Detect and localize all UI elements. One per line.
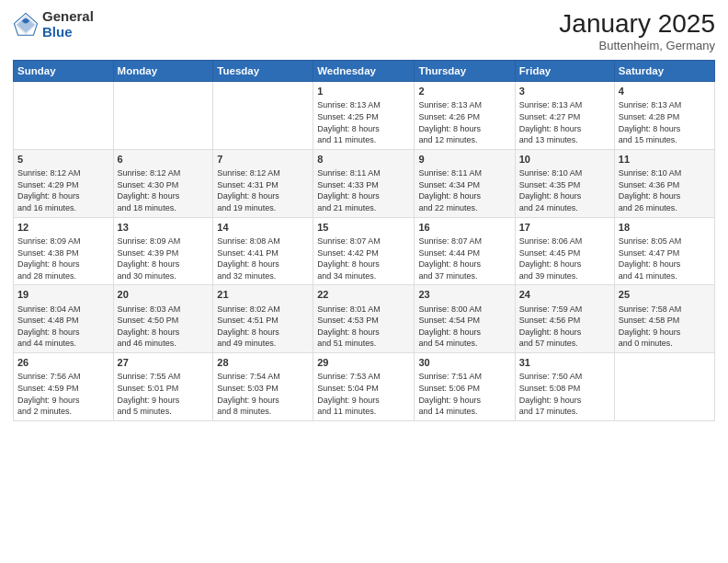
- day-info: Sunrise: 8:12 AM Sunset: 4:30 PM Dayligh…: [118, 167, 210, 213]
- calendar-cell: 6Sunrise: 8:12 AM Sunset: 4:30 PM Daylig…: [113, 149, 213, 217]
- day-number: 13: [118, 221, 210, 235]
- calendar-cell: 23Sunrise: 8:00 AM Sunset: 4:54 PM Dayli…: [415, 285, 515, 353]
- day-info: Sunrise: 7:51 AM Sunset: 5:06 PM Dayligh…: [418, 371, 510, 417]
- calendar-week-row: 26Sunrise: 7:56 AM Sunset: 4:59 PM Dayli…: [14, 353, 715, 421]
- day-info: Sunrise: 8:02 AM Sunset: 4:51 PM Dayligh…: [217, 304, 309, 350]
- day-number: 15: [317, 221, 410, 235]
- calendar-cell: 8Sunrise: 8:11 AM Sunset: 4:33 PM Daylig…: [313, 149, 415, 217]
- day-info: Sunrise: 8:09 AM Sunset: 4:38 PM Dayligh…: [17, 236, 109, 282]
- day-number: 30: [418, 356, 510, 370]
- day-info: Sunrise: 8:05 AM Sunset: 4:47 PM Dayligh…: [619, 236, 711, 282]
- day-info: Sunrise: 8:13 AM Sunset: 4:27 PM Dayligh…: [519, 99, 610, 145]
- day-info: Sunrise: 7:55 AM Sunset: 5:01 PM Dayligh…: [118, 371, 210, 417]
- day-info: Sunrise: 8:13 AM Sunset: 4:28 PM Dayligh…: [619, 99, 711, 145]
- day-info: Sunrise: 8:00 AM Sunset: 4:54 PM Dayligh…: [418, 304, 510, 350]
- calendar-cell: 14Sunrise: 8:08 AM Sunset: 4:41 PM Dayli…: [213, 217, 313, 285]
- weekday-header: Monday: [113, 61, 213, 82]
- day-info: Sunrise: 7:54 AM Sunset: 5:03 PM Dayligh…: [217, 371, 309, 417]
- day-number: 29: [317, 356, 410, 370]
- location-subtitle: Buttenheim, Germany: [559, 39, 715, 52]
- calendar-cell: 19Sunrise: 8:04 AM Sunset: 4:48 PM Dayli…: [14, 285, 114, 353]
- day-info: Sunrise: 7:56 AM Sunset: 4:59 PM Dayligh…: [17, 371, 109, 417]
- day-number: 1: [317, 85, 410, 98]
- calendar-week-row: 19Sunrise: 8:04 AM Sunset: 4:48 PM Dayli…: [14, 285, 715, 353]
- calendar-cell: 21Sunrise: 8:02 AM Sunset: 4:51 PM Dayli…: [213, 285, 313, 353]
- calendar-cell: 9Sunrise: 8:11 AM Sunset: 4:34 PM Daylig…: [415, 149, 515, 217]
- day-info: Sunrise: 8:04 AM Sunset: 4:48 PM Dayligh…: [17, 304, 109, 350]
- weekday-header: Saturday: [614, 61, 714, 82]
- day-info: Sunrise: 8:06 AM Sunset: 4:45 PM Dayligh…: [519, 236, 610, 282]
- calendar-cell: 2Sunrise: 8:13 AM Sunset: 4:26 PM Daylig…: [415, 82, 515, 150]
- day-number: 12: [17, 221, 109, 235]
- logo-text: General Blue: [42, 9, 94, 40]
- weekday-header: Sunday: [14, 61, 114, 82]
- calendar-cell: 5Sunrise: 8:12 AM Sunset: 4:29 PM Daylig…: [14, 149, 114, 217]
- day-info: Sunrise: 7:58 AM Sunset: 4:58 PM Dayligh…: [619, 304, 711, 350]
- day-number: 31: [519, 356, 610, 370]
- day-number: 28: [217, 356, 309, 370]
- day-number: 16: [418, 221, 510, 235]
- month-title: January 2025: [559, 9, 715, 39]
- calendar-cell: [14, 82, 114, 150]
- day-number: 6: [118, 153, 210, 167]
- day-number: 10: [519, 153, 610, 167]
- day-info: Sunrise: 8:11 AM Sunset: 4:33 PM Dayligh…: [317, 167, 410, 213]
- day-number: 5: [17, 153, 109, 167]
- day-info: Sunrise: 8:07 AM Sunset: 4:42 PM Dayligh…: [317, 236, 410, 282]
- day-number: 4: [619, 85, 711, 98]
- calendar-cell: 29Sunrise: 7:53 AM Sunset: 5:04 PM Dayli…: [313, 353, 415, 421]
- weekday-header: Wednesday: [313, 61, 415, 82]
- day-info: Sunrise: 8:12 AM Sunset: 4:29 PM Dayligh…: [17, 167, 109, 213]
- logo: General Blue: [13, 9, 94, 40]
- calendar-cell: 11Sunrise: 8:10 AM Sunset: 4:36 PM Dayli…: [614, 149, 714, 217]
- day-number: 19: [17, 288, 109, 302]
- day-number: 25: [619, 288, 711, 302]
- calendar-cell: 31Sunrise: 7:50 AM Sunset: 5:08 PM Dayli…: [515, 353, 614, 421]
- calendar-table: SundayMondayTuesdayWednesdayThursdayFrid…: [13, 60, 715, 421]
- weekday-header: Friday: [515, 61, 614, 82]
- calendar-cell: 26Sunrise: 7:56 AM Sunset: 4:59 PM Dayli…: [14, 353, 114, 421]
- day-number: 17: [519, 221, 610, 235]
- weekday-header: Thursday: [415, 61, 515, 82]
- day-number: 8: [317, 153, 410, 167]
- day-number: 27: [118, 356, 210, 370]
- calendar-cell: 1Sunrise: 8:13 AM Sunset: 4:25 PM Daylig…: [313, 82, 415, 150]
- calendar-cell: 30Sunrise: 7:51 AM Sunset: 5:06 PM Dayli…: [415, 353, 515, 421]
- logo-icon: [13, 12, 39, 38]
- header: General Blue January 2025 Buttenheim, Ge…: [13, 9, 715, 52]
- weekday-header-row: SundayMondayTuesdayWednesdayThursdayFrid…: [14, 61, 715, 82]
- title-block: January 2025 Buttenheim, Germany: [559, 9, 715, 52]
- day-info: Sunrise: 8:12 AM Sunset: 4:31 PM Dayligh…: [217, 167, 309, 213]
- calendar-cell: 7Sunrise: 8:12 AM Sunset: 4:31 PM Daylig…: [213, 149, 313, 217]
- day-info: Sunrise: 8:03 AM Sunset: 4:50 PM Dayligh…: [118, 304, 210, 350]
- day-number: 22: [317, 288, 410, 302]
- day-number: 14: [217, 221, 309, 235]
- weekday-header: Tuesday: [213, 61, 313, 82]
- day-number: 3: [519, 85, 610, 98]
- day-number: 23: [418, 288, 510, 302]
- day-number: 26: [17, 356, 109, 370]
- day-info: Sunrise: 8:10 AM Sunset: 4:35 PM Dayligh…: [519, 167, 610, 213]
- calendar-cell: 18Sunrise: 8:05 AM Sunset: 4:47 PM Dayli…: [614, 217, 714, 285]
- day-info: Sunrise: 8:09 AM Sunset: 4:39 PM Dayligh…: [118, 236, 210, 282]
- calendar-cell: 24Sunrise: 7:59 AM Sunset: 4:56 PM Dayli…: [515, 285, 614, 353]
- day-info: Sunrise: 7:59 AM Sunset: 4:56 PM Dayligh…: [519, 304, 610, 350]
- day-info: Sunrise: 7:50 AM Sunset: 5:08 PM Dayligh…: [519, 371, 610, 417]
- calendar-cell: 3Sunrise: 8:13 AM Sunset: 4:27 PM Daylig…: [515, 82, 614, 150]
- day-info: Sunrise: 8:11 AM Sunset: 4:34 PM Dayligh…: [418, 167, 510, 213]
- calendar-page: General Blue January 2025 Buttenheim, Ge…: [0, 0, 728, 563]
- calendar-cell: 27Sunrise: 7:55 AM Sunset: 5:01 PM Dayli…: [113, 353, 213, 421]
- day-info: Sunrise: 8:07 AM Sunset: 4:44 PM Dayligh…: [418, 236, 510, 282]
- day-number: 2: [418, 85, 510, 98]
- calendar-week-row: 5Sunrise: 8:12 AM Sunset: 4:29 PM Daylig…: [14, 149, 715, 217]
- calendar-cell: 20Sunrise: 8:03 AM Sunset: 4:50 PM Dayli…: [113, 285, 213, 353]
- day-number: 20: [118, 288, 210, 302]
- day-number: 11: [619, 153, 711, 167]
- calendar-week-row: 1Sunrise: 8:13 AM Sunset: 4:25 PM Daylig…: [14, 82, 715, 150]
- calendar-cell: 12Sunrise: 8:09 AM Sunset: 4:38 PM Dayli…: [14, 217, 114, 285]
- calendar-cell: 25Sunrise: 7:58 AM Sunset: 4:58 PM Dayli…: [614, 285, 714, 353]
- day-info: Sunrise: 8:13 AM Sunset: 4:25 PM Dayligh…: [317, 99, 410, 145]
- calendar-cell: 17Sunrise: 8:06 AM Sunset: 4:45 PM Dayli…: [515, 217, 614, 285]
- calendar-cell: [213, 82, 313, 150]
- day-info: Sunrise: 7:53 AM Sunset: 5:04 PM Dayligh…: [317, 371, 410, 417]
